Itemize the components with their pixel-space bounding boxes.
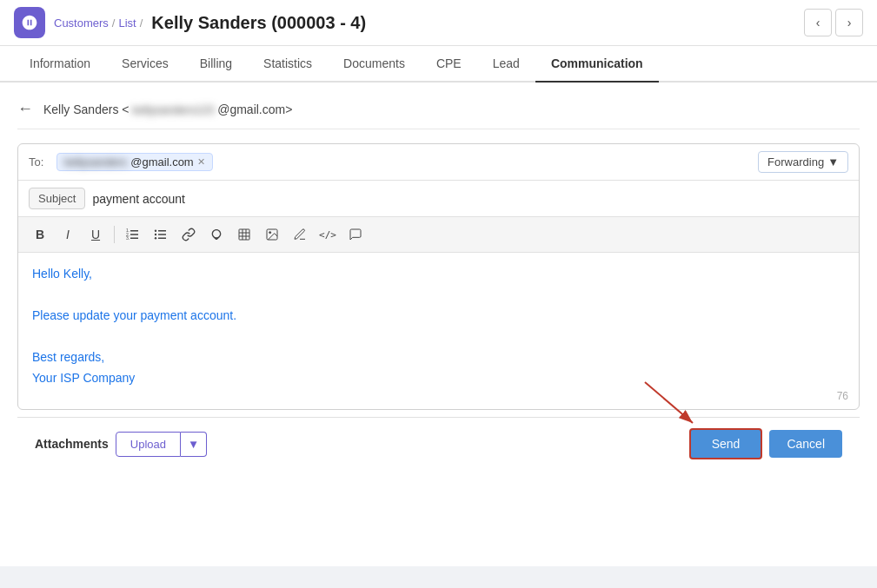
cancel-button[interactable]: Cancel [769,430,842,458]
tabs-bar: Information Services Billing Statistics … [0,46,877,83]
body-line2: Please update your payment account. [32,308,845,322]
toolbar-sep1 [114,226,115,243]
toolbar-italic[interactable]: I [55,222,81,247]
svg-rect-12 [239,229,249,240]
to-label: To: [29,155,50,168]
breadcrumb: Customers / List / [54,17,143,30]
tab-information[interactable]: Information [14,46,106,83]
toolbar-pen[interactable] [287,222,313,247]
toolbar-unordered-list[interactable] [148,222,174,247]
body-line4: Your ISP Company [32,371,845,385]
breadcrumb-sep2: / [140,17,143,30]
svg-rect-8 [158,238,166,240]
from-addr: @gmail.com> [217,102,292,116]
svg-rect-0 [130,230,138,232]
tab-documents[interactable]: Documents [328,46,421,83]
tab-communication[interactable]: Communication [535,46,659,83]
to-chip-domain: @gmail.com [130,155,193,168]
svg-point-10 [155,234,156,235]
to-chips: kellysanders @gmail.com ✕ [56,153,751,171]
breadcrumb-sep1: / [112,17,116,30]
footer-row: Attachments Upload ▼ Send Cancel [17,417,860,470]
body-line3: Best regards, [32,350,845,364]
svg-rect-1 [130,234,138,235]
toolbar-table[interactable] [231,222,257,247]
top-bar: Customers / List / Kelly Sanders (000003… [0,0,877,46]
compose-area: To: kellysanders @gmail.com ✕ Forwarding… [17,143,860,410]
nav-next-button[interactable]: › [835,9,863,36]
attachments-label: Attachments [35,437,109,451]
upload-caret-button[interactable]: ▼ [181,432,207,457]
svg-point-11 [155,237,156,239]
tab-lead[interactable]: Lead [477,46,535,83]
to-chip-remove[interactable]: ✕ [197,156,205,168]
back-button[interactable]: ← [17,100,33,118]
svg-rect-7 [158,234,166,235]
from-email-blurred: kellysanders123 [132,103,214,116]
page-title: Kelly Sanders (000003 - 4) [151,13,366,33]
upload-group: Upload ▼ [116,432,207,457]
svg-text:3.: 3. [126,235,130,241]
send-area: Send [689,428,763,459]
toolbar-ordered-list[interactable]: 1.2.3. [120,222,146,247]
tab-services[interactable]: Services [106,46,184,83]
editor-body[interactable]: Hello Kelly, Please update your payment … [18,253,859,409]
tab-billing[interactable]: Billing [184,46,248,83]
toolbar-bold[interactable]: B [27,222,53,247]
breadcrumb-list[interactable]: List [118,17,136,30]
forwarding-dropdown[interactable]: Forwarding ▼ [758,151,848,173]
char-count: 76 [837,390,848,402]
tab-cpe[interactable]: CPE [421,46,477,83]
attachments-left: Attachments Upload ▼ [35,432,207,457]
svg-point-18 [269,232,271,234]
toolbar-image[interactable] [259,222,285,247]
subject-row: Subject [18,181,859,217]
toolbar-color[interactable] [203,222,229,247]
editor-toolbar: B I U 1.2.3. </ [18,217,859,253]
body-line-blank2 [32,329,845,343]
forwarding-label: Forwarding [767,155,824,168]
forwarding-chevron: ▼ [827,155,839,168]
app-icon [14,7,45,38]
to-chip: kellysanders @gmail.com ✕ [56,153,213,171]
from-name: Kelly Sanders < [43,102,129,116]
action-buttons: Send Cancel [689,428,842,459]
upload-button[interactable]: Upload [116,432,181,457]
email-from: Kelly Sanders < kellysanders123 @gmail.c… [43,102,292,116]
main-content: ← Kelly Sanders < kellysanders123 @gmail… [0,83,877,566]
breadcrumb-customers[interactable]: Customers [54,17,109,30]
nav-prev-button[interactable]: ‹ [804,9,832,36]
svg-rect-6 [158,230,166,232]
send-button[interactable]: Send [689,428,763,459]
nav-arrows: ‹ › [804,9,863,36]
toolbar-underline[interactable]: U [83,222,109,247]
body-line-blank1 [32,287,845,301]
subject-input[interactable] [92,192,848,206]
body-line1: Hello Kelly, [32,267,845,281]
svg-point-9 [155,230,156,232]
to-chip-email-blurred: kellysanders [64,155,127,168]
toolbar-link[interactable] [176,222,202,247]
svg-rect-2 [130,238,138,240]
toolbar-code[interactable]: </> [315,222,341,247]
to-row: To: kellysanders @gmail.com ✕ Forwarding… [18,144,859,181]
subject-label: Subject [29,188,85,209]
top-bar-left: Customers / List / Kelly Sanders (000003… [14,7,366,38]
toolbar-comment[interactable] [342,222,369,247]
tab-statistics[interactable]: Statistics [248,46,328,83]
email-header: ← Kelly Sanders < kellysanders123 @gmail… [17,100,860,129]
